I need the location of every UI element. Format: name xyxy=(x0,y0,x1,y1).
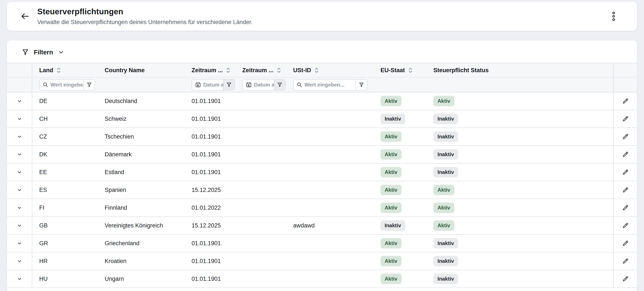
pencil-icon xyxy=(622,275,629,282)
zeitraum-von-cell: 01.01.2022 xyxy=(184,199,235,217)
column-header-zeitraum-bis[interactable]: Zeitraum ... xyxy=(235,63,286,77)
filter-cell-zeitraum-bis: Datum auswählen xyxy=(235,77,286,92)
table-row: HR Kroatien 01.01.1901 Aktiv Inaktiv xyxy=(7,252,637,270)
column-header-zeitraum-von[interactable]: Zeitraum ... xyxy=(184,63,235,77)
row-expand-button[interactable] xyxy=(13,201,26,214)
row-expand-button[interactable] xyxy=(13,183,26,196)
row-edit-button[interactable] xyxy=(619,219,632,232)
country-name-cell: Vereinigtes Königreich xyxy=(98,217,184,234)
zeitraum-bis-date-input[interactable]: Datum auswählen xyxy=(242,79,286,90)
row-expand-button[interactable] xyxy=(13,237,26,250)
table-body: DE Deutschland 01.01.1901 Aktiv Aktiv CH… xyxy=(7,92,637,288)
pencil-icon xyxy=(622,98,629,105)
pencil-icon xyxy=(622,115,629,122)
eu-staat-badge: Aktiv xyxy=(380,149,402,160)
table-row: CZ Tschechien 01.01.1901 Aktiv Inaktiv xyxy=(7,128,637,146)
row-expand-button[interactable] xyxy=(13,254,26,267)
eu-staat-cell: Aktiv xyxy=(374,163,426,181)
row-expand-button[interactable] xyxy=(13,130,26,143)
eu-staat-cell: Aktiv xyxy=(374,146,426,163)
land-cell: EE xyxy=(32,163,98,181)
eu-staat-cell: Aktiv xyxy=(374,92,426,110)
expander-cell xyxy=(7,128,32,146)
steuerpflicht-status-cell: Aktiv xyxy=(426,199,614,217)
land-filter-input[interactable]: Wert eingeben... xyxy=(39,79,95,90)
ust-id-filter-funnel-button[interactable] xyxy=(356,80,367,90)
row-expand-button[interactable] xyxy=(13,95,26,108)
expander-cell xyxy=(7,92,32,110)
expander-cell xyxy=(7,146,32,163)
zeitraum-von-cell: 01.01.1901 xyxy=(184,252,235,270)
expander-cell xyxy=(7,110,32,128)
eu-staat-cell: Aktiv xyxy=(374,252,426,270)
page-subtitle: Verwalte die Steuerverpflichtungen deine… xyxy=(37,19,608,26)
chevron-down-icon xyxy=(16,258,22,264)
steuerpflicht-status-cell: Aktiv xyxy=(426,217,614,234)
column-header-land[interactable]: Land xyxy=(32,63,98,77)
country-name-cell: Tschechien xyxy=(98,128,184,146)
zeitraum-von-funnel-button[interactable] xyxy=(223,80,234,90)
steuerpflicht-status-cell: Inaktiv xyxy=(426,234,614,252)
row-edit-button[interactable] xyxy=(619,237,632,250)
eu-staat-badge: Aktiv xyxy=(380,96,402,106)
zeitraum-bis-cell xyxy=(235,217,286,234)
row-edit-button[interactable] xyxy=(619,95,632,108)
back-button[interactable] xyxy=(19,10,31,22)
eu-staat-cell: Aktiv xyxy=(374,199,426,217)
zeitraum-von-date-input[interactable]: Datum auswählen xyxy=(192,79,235,90)
steuerpflicht-status-cell: Aktiv xyxy=(426,181,614,199)
row-edit-button[interactable] xyxy=(619,166,632,179)
expander-cell xyxy=(7,217,32,234)
row-edit-button[interactable] xyxy=(619,272,632,285)
row-edit-button[interactable] xyxy=(619,148,632,161)
zeitraum-bis-cell xyxy=(235,110,286,128)
actions-cell xyxy=(614,181,637,199)
chevron-down-icon xyxy=(16,151,22,157)
row-expand-button[interactable] xyxy=(13,166,26,179)
zeitraum-von-cell: 01.01.1901 xyxy=(184,163,235,181)
column-header-expander xyxy=(7,63,32,77)
filter-cell-actions xyxy=(614,77,637,92)
row-expand-button[interactable] xyxy=(13,272,26,285)
row-edit-button[interactable] xyxy=(619,112,632,125)
eu-staat-badge: Aktiv xyxy=(380,167,402,177)
table-row: ES Spanien 15.12.2025 Aktiv Aktiv xyxy=(7,181,637,199)
zeitraum-bis-cell xyxy=(235,163,286,181)
chevron-down-icon xyxy=(16,98,22,104)
ust-id-cell xyxy=(286,163,374,181)
filter-toggle[interactable]: Filtern xyxy=(7,40,77,63)
row-expand-button[interactable] xyxy=(13,219,26,232)
zeitraum-bis-cell xyxy=(235,128,286,146)
column-header-steuerpflicht-status: Steuerpflicht Status xyxy=(426,63,614,77)
kebab-menu-button[interactable] xyxy=(608,9,620,23)
land-filter-funnel-button[interactable] xyxy=(84,80,95,90)
ust-id-filter-input[interactable]: Wert eingeben... xyxy=(293,79,367,90)
eu-staat-badge: Aktiv xyxy=(380,185,402,195)
expander-cell xyxy=(7,270,32,288)
eu-staat-badge: Aktiv xyxy=(380,202,402,213)
chevron-down-icon xyxy=(16,187,22,193)
status-badge: Inaktiv xyxy=(434,274,458,284)
steuerpflicht-status-cell: Inaktiv xyxy=(426,252,614,270)
filter-cell-expander xyxy=(7,77,32,92)
filter-cell-country-name xyxy=(98,77,184,92)
country-name-cell: Estland xyxy=(98,163,184,181)
zeitraum-bis-funnel-button[interactable] xyxy=(274,80,285,90)
row-edit-button[interactable] xyxy=(619,183,632,196)
land-cell: ES xyxy=(32,181,98,199)
zeitraum-bis-placeholder: Datum auswählen xyxy=(254,80,274,90)
row-expand-button[interactable] xyxy=(13,148,26,161)
expander-cell xyxy=(7,252,32,270)
row-edit-button[interactable] xyxy=(619,254,632,267)
column-header-eu-staat[interactable]: EU-Staat xyxy=(374,63,426,77)
ust-id-cell xyxy=(286,234,374,252)
pencil-icon xyxy=(622,240,629,247)
actions-cell xyxy=(614,92,637,110)
row-expand-button[interactable] xyxy=(13,112,26,125)
filter-cell-zeitraum-von: Datum auswählen xyxy=(184,77,235,92)
land-cell: GB xyxy=(32,217,98,234)
land-filter-placeholder: Wert eingeben... xyxy=(50,80,84,90)
column-header-ust-id[interactable]: USt-ID xyxy=(286,63,374,77)
row-edit-button[interactable] xyxy=(619,201,632,214)
row-edit-button[interactable] xyxy=(619,130,632,143)
